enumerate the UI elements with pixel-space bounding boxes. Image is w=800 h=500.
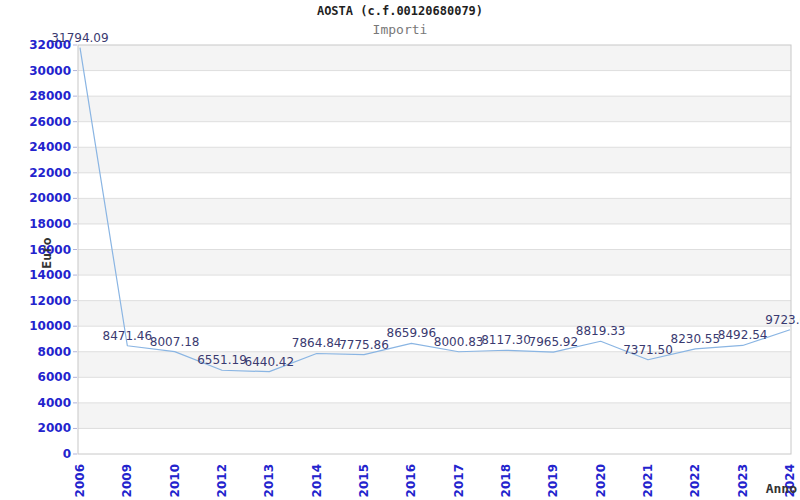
point-label: 7864.84 <box>292 336 342 350</box>
y-tick-label: 20000 <box>29 191 71 205</box>
y-tick-label: 14000 <box>29 268 71 282</box>
point-label: 7965.92 <box>529 335 579 349</box>
y-tick-label: 22000 <box>29 166 71 180</box>
y-tick-label: 10000 <box>29 319 71 333</box>
plot-band <box>78 147 791 173</box>
plot-band <box>78 301 791 327</box>
point-label: 31794.09 <box>51 31 108 45</box>
x-tick-label: 2009 <box>120 464 134 497</box>
y-tick-label: 26000 <box>29 115 71 129</box>
point-label: 8007.18 <box>150 335 200 349</box>
y-tick-label: 12000 <box>29 294 71 308</box>
x-tick-label: 2010 <box>168 464 182 497</box>
plot-band <box>78 250 791 276</box>
y-tick-label: 24000 <box>29 140 71 154</box>
chart-canvas: AOSTA (c.f.00120680079) Importi 02000400… <box>0 0 800 500</box>
point-label: 7775.86 <box>339 338 389 352</box>
point-label: 8230.55 <box>671 332 721 346</box>
x-tick-label: 2020 <box>594 464 608 497</box>
point-label: 7371.50 <box>623 343 673 357</box>
point-label: 8659.96 <box>387 326 437 340</box>
line-chart-plot: 0200040006000800010000120001400016000180… <box>0 0 800 500</box>
point-label: 8000.83 <box>434 335 484 349</box>
x-tick-label: 2023 <box>736 464 750 497</box>
x-tick-label: 2017 <box>452 464 466 497</box>
point-label: 8492.54 <box>718 328 768 342</box>
x-axis-title: Anno <box>766 481 797 496</box>
y-tick-label: 0 <box>63 447 71 461</box>
point-label: 8471.46 <box>103 329 153 343</box>
point-label: 6440.42 <box>245 355 295 369</box>
x-tick-label: 2018 <box>499 464 513 497</box>
plot-band <box>78 403 791 429</box>
x-tick-label: 2015 <box>357 464 371 497</box>
y-tick-label: 30000 <box>29 64 71 78</box>
point-label: 8819.33 <box>576 324 626 338</box>
plot-band <box>78 198 791 224</box>
x-tick-label: 2014 <box>310 464 324 497</box>
y-tick-label: 8000 <box>38 345 71 359</box>
x-tick-label: 2013 <box>262 464 276 497</box>
y-tick-label: 4000 <box>38 396 71 410</box>
x-tick-label: 2019 <box>546 464 560 497</box>
point-label: 9723.00 <box>765 313 800 327</box>
y-tick-label: 6000 <box>38 370 71 384</box>
y-tick-label: 18000 <box>29 217 71 231</box>
x-tick-label: 2022 <box>688 464 702 497</box>
plot-band <box>78 45 791 71</box>
x-tick-label: 2006 <box>73 464 87 497</box>
y-tick-label: 28000 <box>29 89 71 103</box>
x-tick-label: 2012 <box>215 464 229 497</box>
x-tick-label: 2021 <box>641 464 655 497</box>
plot-band <box>78 96 791 122</box>
y-axis-title: Euro <box>39 237 54 268</box>
point-label: 8117.30 <box>481 333 531 347</box>
point-label: 6551.19 <box>197 353 247 367</box>
x-tick-label: 2016 <box>404 464 418 497</box>
y-tick-label: 2000 <box>38 421 71 435</box>
